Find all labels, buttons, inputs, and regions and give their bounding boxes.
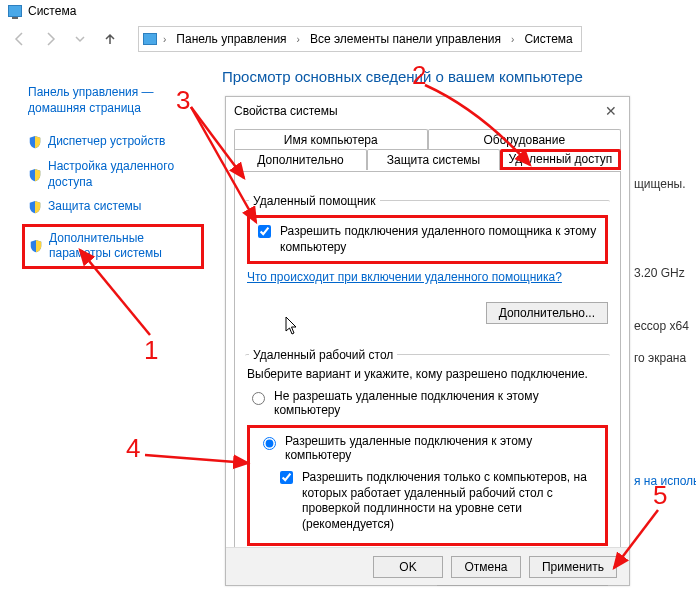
remote-assistance-help-link[interactable]: Что происходит при включении удаленного … xyxy=(247,270,562,284)
checkbox-label: Разрешить подключения только с компьютер… xyxy=(302,470,597,532)
tab-system-protection[interactable]: Защита системы xyxy=(367,149,500,170)
remote-assistance-advanced-button[interactable]: Дополнительно... xyxy=(486,302,608,324)
radio-input[interactable] xyxy=(252,392,265,405)
bg-text: 3.20 GHz xyxy=(634,265,694,282)
tab-remote-label: Удаленный доступ xyxy=(509,152,613,166)
tab-panel-remote: Удаленный помощник Разрешить подключения… xyxy=(234,171,621,571)
system-icon xyxy=(143,33,157,45)
rdp-option-deny[interactable]: Не разрешать удаленные подключения к это… xyxy=(247,389,608,417)
back-button[interactable] xyxy=(6,25,34,53)
chevron-right-icon[interactable]: › xyxy=(161,34,168,45)
group-title: Удаленный помощник xyxy=(249,194,380,208)
sidebar-item-remote-settings[interactable]: Настройка удаленного доступа xyxy=(28,159,198,190)
checkbox-input[interactable] xyxy=(258,225,271,238)
sidebar-item-label: Защита системы xyxy=(48,199,141,215)
up-button[interactable] xyxy=(96,25,124,53)
checkbox-input[interactable] xyxy=(280,471,293,484)
breadcrumb-seg[interactable]: Все элементы панели управления xyxy=(306,30,505,48)
bg-text: щищены. xyxy=(634,176,694,193)
explorer-title-bar: Система xyxy=(0,0,696,22)
sidebar-item-label: Дополнительные параметры системы xyxy=(49,231,197,262)
tab-advanced[interactable]: Дополнительно xyxy=(234,149,367,170)
checkbox-label: Разрешить подключения удаленного помощни… xyxy=(280,224,601,255)
rdp-nla-checkbox[interactable]: Разрешить подключения только с компьютер… xyxy=(276,470,597,532)
rdp-option-allow[interactable]: Разрешить удаленные подключения к этому … xyxy=(258,434,597,462)
close-button[interactable]: ✕ xyxy=(601,103,621,119)
bg-text: ессор x64 xyxy=(634,318,694,335)
address-bar[interactable]: › Панель управления › Все элементы панел… xyxy=(138,26,582,52)
bg-link-fragment: я на использ xyxy=(634,473,694,490)
page-title: Просмотр основных сведений о вашем компь… xyxy=(222,68,583,85)
chevron-right-icon[interactable]: › xyxy=(509,34,516,45)
breadcrumb-seg[interactable]: Панель управления xyxy=(172,30,290,48)
dialog-button-row: OK Отмена Применить xyxy=(226,547,629,585)
forward-button[interactable] xyxy=(36,25,64,53)
cursor-icon xyxy=(285,316,299,336)
ok-button[interactable]: OK xyxy=(373,556,443,578)
system-icon xyxy=(8,5,22,17)
rdp-hint: Выберите вариант и укажите, кому разреше… xyxy=(247,367,608,381)
shield-icon xyxy=(28,168,42,182)
shield-icon xyxy=(28,200,42,214)
allow-remote-assistance-checkbox[interactable]: Разрешить подключения удаленного помощни… xyxy=(254,224,601,255)
tab-remote[interactable]: Удаленный доступ xyxy=(500,149,621,170)
window-title: Система xyxy=(28,4,76,18)
annotation-highlight-1: Дополнительные параметры системы xyxy=(22,224,204,269)
system-properties-dialog: Свойства системы ✕ Имя компьютера Оборуд… xyxy=(225,96,630,586)
shield-icon xyxy=(29,239,43,253)
sidebar-home-link[interactable]: Панель управления — домашняя страница xyxy=(28,84,198,116)
sidebar-item-advanced-system-settings[interactable]: Дополнительные параметры системы xyxy=(29,231,197,262)
recent-dropdown[interactable] xyxy=(66,25,94,53)
annotation-highlight-4: Разрешить удаленные подключения к этому … xyxy=(247,425,608,545)
sidebar-item-label: Диспетчер устройств xyxy=(48,134,165,150)
dialog-title-bar: Свойства системы ✕ xyxy=(226,97,629,125)
radio-label: Не разрешать удаленные подключения к это… xyxy=(274,389,608,417)
tab-hardware[interactable]: Оборудование xyxy=(428,129,622,150)
background-system-info: щищены. 3.20 GHz ессор x64 го экрана я н… xyxy=(634,154,694,506)
sidebar: Панель управления — домашняя страница Ди… xyxy=(0,76,210,269)
cancel-button[interactable]: Отмена xyxy=(451,556,521,578)
explorer-nav-bar: › Панель управления › Все элементы панел… xyxy=(0,22,696,56)
radio-label: Разрешить удаленные подключения к этому … xyxy=(285,434,597,462)
bg-text: го экрана xyxy=(634,350,694,367)
sidebar-item-device-manager[interactable]: Диспетчер устройств xyxy=(28,134,198,150)
sidebar-item-label: Настройка удаленного доступа xyxy=(48,159,198,190)
tab-computer-name[interactable]: Имя компьютера xyxy=(234,129,428,150)
dialog-title: Свойства системы xyxy=(234,104,338,118)
remote-assistance-group: Удаленный помощник Разрешить подключения… xyxy=(245,186,610,330)
chevron-right-icon[interactable]: › xyxy=(295,34,302,45)
radio-input[interactable] xyxy=(263,437,276,450)
annotation-highlight-3: Разрешить подключения удаленного помощни… xyxy=(247,215,608,264)
shield-icon xyxy=(28,135,42,149)
breadcrumb-seg[interactable]: Система xyxy=(520,30,576,48)
sidebar-item-system-protection[interactable]: Защита системы xyxy=(28,199,198,215)
apply-button[interactable]: Применить xyxy=(529,556,617,578)
group-title: Удаленный рабочий стол xyxy=(249,348,397,362)
